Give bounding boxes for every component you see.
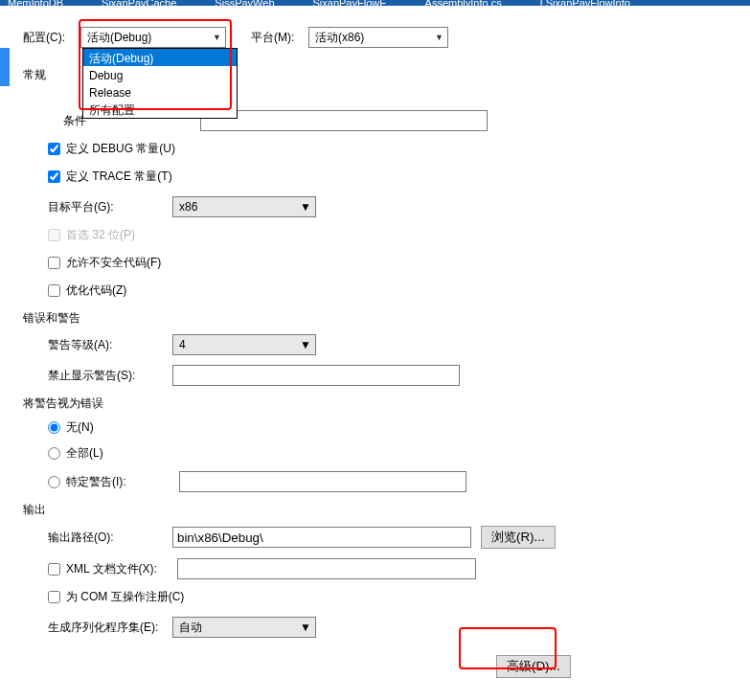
prefer-32bit-label: 首选 32 位(P) [66,227,135,243]
suppress-warnings-input[interactable] [172,365,460,386]
platform-label: 平台(M): [251,30,308,46]
section-treat-as-errors: 将警告视为错误 [23,395,727,412]
target-platform-value: x86 [179,200,197,214]
com-interop-label: 为 COM 互操作注册(C) [66,589,184,605]
serialization-value: 自动 [179,620,202,636]
treat-none-radio[interactable] [48,421,60,434]
treat-specific-label: 特定警告(I): [66,474,173,490]
warning-level-value: 4 [179,338,186,351]
warning-level-select[interactable]: 4 ▼ [172,334,316,355]
browse-button-label: 浏览(R)... [491,529,545,546]
unsafe-code-label: 允许不安全代码(F) [66,255,161,271]
treat-specific-radio[interactable] [48,476,60,488]
debug-const-label: 定义 DEBUG 常量(U) [66,141,175,157]
conditional-symbols-label: 条件 [48,113,86,129]
configuration-value: 活动(Debug) [87,30,151,46]
advanced-button[interactable]: 高级(D)... [496,655,571,678]
section-output: 输出 [23,502,727,518]
unsafe-code-checkbox[interactable] [48,257,60,269]
platform-value: 活动(x86) [315,30,364,46]
trace-const-label: 定义 TRACE 常量(T) [66,169,172,185]
configuration-label: 配置(C): [23,30,80,46]
chevron-down-icon: ▼ [300,200,311,214]
dropdown-item-all[interactable]: 所有配置 [83,101,237,118]
optimize-code-checkbox[interactable] [48,284,60,297]
xml-doc-label: XML 文档文件(X): [66,561,171,577]
advanced-button-label: 高级(D)... [507,658,560,675]
platform-dropdown[interactable]: 活动(x86) ▼ [308,27,448,48]
chevron-down-icon: ▼ [300,338,311,351]
output-path-input[interactable] [172,527,471,548]
conditional-symbols-input[interactable] [200,110,488,131]
dropdown-item-release[interactable]: Release [83,83,237,101]
target-platform-label: 目标平台(G): [48,199,172,215]
target-platform-select[interactable]: x86 ▼ [172,196,316,217]
serialization-select[interactable]: 自动 ▼ [172,617,316,638]
treat-all-label: 全部(L) [66,445,103,462]
optimize-code-label: 优化代码(Z) [66,282,126,299]
xml-doc-input[interactable] [177,558,476,579]
chevron-down-icon: ▼ [435,33,443,42]
section-errors-warnings: 错误和警告 [23,310,727,327]
chevron-down-icon: ▼ [300,621,311,634]
treat-specific-input[interactable] [179,471,466,492]
chevron-down-icon: ▼ [213,33,221,42]
dropdown-item-debug[interactable]: Debug [83,66,237,83]
dropdown-item-active-debug[interactable]: 活动(Debug) [83,49,237,66]
treat-none-label: 无(N) [66,419,94,436]
browse-button[interactable]: 浏览(R)... [481,526,556,549]
suppress-warnings-label: 禁止显示警告(S): [48,368,172,384]
configuration-dropdown-list: 活动(Debug) Debug Release 所有配置 [82,48,238,119]
configuration-dropdown[interactable]: 活动(Debug) ▼ [80,27,226,48]
xml-doc-checkbox[interactable] [48,563,60,576]
prefer-32bit-checkbox [48,229,60,241]
output-path-label: 输出路径(O): [48,530,172,546]
trace-const-checkbox[interactable] [48,170,60,183]
treat-all-radio[interactable] [48,447,60,460]
debug-const-checkbox[interactable] [48,143,60,155]
serialization-label: 生成序列化程序集(E): [48,620,172,636]
com-interop-checkbox[interactable] [48,591,60,603]
warning-level-label: 警告等级(A): [48,337,172,353]
